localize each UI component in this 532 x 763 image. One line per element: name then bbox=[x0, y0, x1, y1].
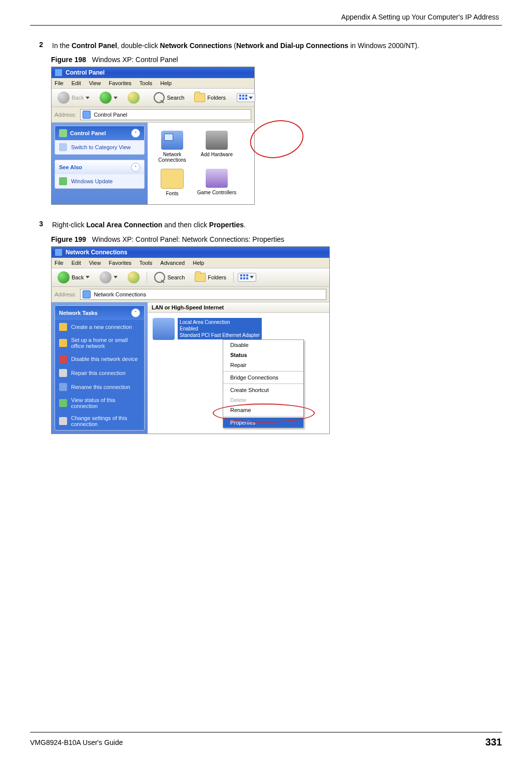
menu-edit[interactable]: Edit bbox=[72, 260, 81, 266]
collapse-icon[interactable]: ˄ bbox=[131, 129, 140, 138]
task-setup-network[interactable]: Set up a home or small office network bbox=[55, 334, 144, 352]
forward-arrow-icon bbox=[100, 92, 112, 104]
highlight-circle bbox=[246, 116, 307, 163]
menu-help[interactable]: Help bbox=[160, 80, 172, 86]
link-text: Rename this connection bbox=[71, 384, 130, 390]
link-text: Repair this connection bbox=[71, 370, 126, 376]
switch-category-view-link[interactable]: Switch to Category View bbox=[55, 140, 144, 154]
conn-name: Local Area Connection bbox=[180, 319, 230, 325]
collapse-icon[interactable]: ˄ bbox=[131, 308, 140, 317]
back-arrow-icon bbox=[58, 271, 70, 283]
menu-status[interactable]: Status bbox=[223, 350, 303, 360]
window-body: Network Tasks˄ Create a new connection S… bbox=[52, 302, 329, 434]
t: , double-click bbox=[117, 42, 160, 50]
menu-tools[interactable]: Tools bbox=[140, 260, 153, 266]
address-value: Control Panel bbox=[94, 112, 127, 118]
address-bar: Address: Control Panel bbox=[52, 107, 254, 123]
menubar: File Edit View Favorites Tools Help bbox=[52, 78, 254, 89]
menu-properties[interactable]: Properties bbox=[223, 418, 303, 428]
menu-tools[interactable]: Tools bbox=[140, 80, 153, 86]
menu-advanced[interactable]: Advanced bbox=[160, 260, 185, 266]
link-text: Disable this network device bbox=[71, 356, 138, 362]
menu-bridge[interactable]: Bridge Connections bbox=[223, 372, 303, 383]
icon-label: Add Hardware bbox=[201, 152, 233, 157]
window-titlebar[interactable]: Network Connections bbox=[52, 247, 329, 258]
header-appendix-title: Appendix A Setting up Your Computer's IP… bbox=[30, 13, 502, 21]
figure-199-label: Figure 199 bbox=[51, 235, 86, 243]
search-button[interactable]: Search bbox=[151, 91, 187, 104]
game-controllers-item[interactable]: Game Controllers bbox=[196, 169, 237, 195]
add-hardware-item[interactable]: Add Hardware bbox=[196, 131, 237, 157]
task-change-settings[interactable]: Change settings of this connection bbox=[55, 412, 144, 430]
back-button[interactable]: Back bbox=[55, 270, 93, 284]
up-button[interactable] bbox=[125, 91, 143, 105]
network-connections-icon bbox=[83, 290, 91, 298]
folder-up-icon bbox=[128, 92, 140, 104]
collapse-icon[interactable]: ˄ bbox=[131, 163, 140, 172]
network-connections-item[interactable]: Network Connections bbox=[152, 131, 193, 163]
menu-favorites[interactable]: Favorites bbox=[109, 80, 131, 86]
menubar: File Edit View Favorites Tools Advanced … bbox=[52, 258, 329, 268]
menu-help[interactable]: Help bbox=[193, 260, 204, 266]
back-button[interactable]: Back bbox=[55, 91, 93, 105]
menu-file[interactable]: File bbox=[55, 260, 64, 266]
task-repair-connection[interactable]: Repair this connection bbox=[55, 366, 144, 380]
link-text: View status of this connection bbox=[71, 397, 140, 409]
menu-edit[interactable]: Edit bbox=[72, 80, 81, 86]
sidebox-header[interactable]: Network Tasks˄ bbox=[55, 306, 144, 320]
fonts-item[interactable]: Fonts bbox=[152, 169, 193, 196]
chevron-down-icon bbox=[249, 97, 253, 99]
menu-file[interactable]: File bbox=[55, 80, 64, 86]
menu-repair[interactable]: Repair bbox=[223, 360, 303, 370]
toolbar-separator bbox=[233, 272, 234, 283]
address-field[interactable]: Network Connections bbox=[80, 289, 326, 300]
back-arrow-icon bbox=[58, 92, 70, 104]
forward-arrow-icon bbox=[100, 271, 112, 283]
screenshot-control-panel: Control Panel File Edit View Favorites T… bbox=[51, 67, 255, 205]
t: . bbox=[244, 221, 246, 229]
sidebox-header[interactable]: Control Panel ˄ bbox=[55, 126, 144, 140]
t: In the bbox=[52, 42, 72, 50]
task-rename-connection[interactable]: Rename this connection bbox=[55, 380, 144, 394]
menu-favorites[interactable]: Favorites bbox=[109, 260, 131, 266]
sidebox-header[interactable]: See Also˄ bbox=[55, 160, 144, 174]
windows-update-link[interactable]: Windows Update bbox=[55, 174, 144, 188]
folders-button[interactable]: Folders bbox=[191, 92, 229, 103]
views-icon bbox=[240, 274, 248, 280]
check-icon bbox=[59, 129, 67, 137]
side-panel: Control Panel ˄ Switch to Category View … bbox=[52, 123, 148, 204]
menu-create-shortcut[interactable]: Create Shortcut bbox=[223, 385, 303, 395]
task-view-status[interactable]: View status of this connection bbox=[55, 394, 144, 412]
toolbar-separator bbox=[147, 272, 147, 283]
back-label: Back bbox=[72, 95, 84, 101]
forward-button[interactable] bbox=[97, 270, 121, 284]
window-body: Control Panel ˄ Switch to Category View … bbox=[52, 123, 254, 204]
address-field[interactable]: Control Panel bbox=[80, 109, 251, 120]
lan-connection-icon bbox=[153, 318, 175, 340]
chevron-down-icon bbox=[114, 276, 118, 278]
menu-separator bbox=[223, 384, 303, 384]
task-disable-device[interactable]: Disable this network device bbox=[55, 352, 144, 366]
sidebox-network-tasks: Network Tasks˄ Create a new connection S… bbox=[55, 305, 145, 431]
views-button[interactable] bbox=[237, 93, 255, 102]
menu-separator bbox=[223, 371, 303, 371]
address-label: Address: bbox=[55, 291, 76, 297]
windows-update-icon bbox=[59, 177, 67, 185]
up-button[interactable] bbox=[125, 270, 143, 284]
forward-button[interactable] bbox=[97, 91, 121, 105]
repair-icon bbox=[59, 369, 67, 377]
new-connection-icon bbox=[59, 323, 67, 331]
menu-disable[interactable]: Disable bbox=[223, 340, 303, 350]
figure-198-label: Figure 198 bbox=[51, 56, 86, 64]
search-icon bbox=[154, 272, 165, 283]
menu-view[interactable]: View bbox=[89, 260, 101, 266]
task-create-connection[interactable]: Create a new connection bbox=[55, 320, 144, 334]
search-button[interactable]: Search bbox=[151, 271, 188, 284]
folders-button[interactable]: Folders bbox=[192, 272, 229, 283]
address-value: Network Connections bbox=[94, 291, 146, 297]
window-titlebar[interactable]: Control Panel bbox=[52, 67, 254, 78]
chevron-down-icon bbox=[86, 97, 90, 99]
views-button[interactable] bbox=[238, 273, 256, 282]
menu-view[interactable]: View bbox=[89, 80, 101, 86]
menu-rename[interactable]: Rename bbox=[223, 405, 303, 415]
